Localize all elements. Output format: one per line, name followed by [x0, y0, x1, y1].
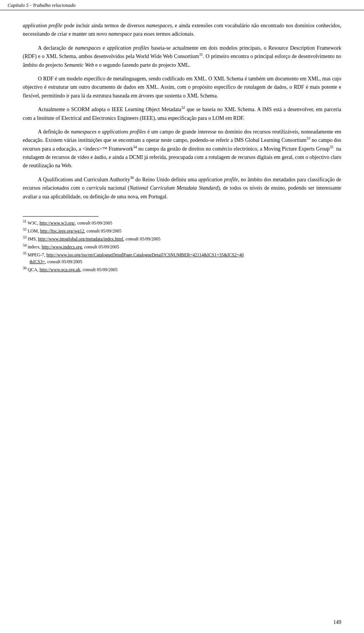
footnote-sup-36: 36 [23, 266, 27, 270]
paragraph-6: A Qualifications and Curriculum Authorit… [23, 176, 341, 201]
page-container: Capítulo 5 - Trabalho relacionado applic… [0, 0, 364, 633]
paragraph-1: application profile pode incluir ainda t… [23, 22, 341, 39]
footnote-link-35[interactable]: http://www.iso.org/iso/en/CatalogueDetai… [46, 252, 244, 258]
sup-32: 32 [181, 105, 185, 110]
footnote-32: 32 LOM, http://ltsc.ieee.org/wg12, consu… [23, 228, 341, 234]
footnote-35: 35 MPEG-7, http://www.iso.org/iso/en/Cat… [23, 251, 341, 265]
italic-namespaces-2: namespaces [75, 45, 101, 51]
footnote-33: 33 IMS, http://www.imsglobal.org/metadat… [23, 236, 341, 242]
italic-application-profile: application profile [23, 23, 63, 28]
paragraph-2: A declaração de namespaces e application… [23, 44, 341, 69]
sup-35: 35 [329, 145, 333, 149]
footnote-sup-33: 33 [23, 235, 27, 239]
italic-curricula: curricula [86, 185, 106, 191]
footnote-34: 34 indecs, http://www.indecs.org, consul… [23, 243, 341, 250]
page-number: 149 [333, 619, 341, 625]
footnote-link-34[interactable]: http://www.indecs.org [42, 244, 82, 250]
footnote-36: 36 QCA, http://www.qca.org.uk, consult 0… [23, 266, 341, 273]
sup-31: 31 [199, 53, 203, 57]
italic-namespace: namespace [108, 31, 132, 37]
italic-semantic-web: Semantic Web [64, 62, 94, 68]
paragraph-3: O RDF é um modelo específico de metaling… [23, 75, 341, 100]
footnote-link-33[interactable]: http://www.imsglobal.org/metadata/index.… [38, 236, 123, 242]
footnote-link-35b[interactable]: &ICS3= [30, 259, 45, 264]
italic-application-profiles: application profiles [107, 45, 149, 51]
sup-34: 34 [133, 145, 137, 149]
header-title: Capítulo 5 - Trabalho relacionado [8, 2, 75, 8]
footnote-sup-32: 32 [23, 227, 27, 231]
content-area: application profile pode incluir ainda t… [0, 10, 364, 297]
italic-national-curriculum: National Curriculum Metadata Standard [130, 185, 218, 191]
footnote-31: 31 W3C, http://www.w3.org/, consult 05/0… [23, 220, 341, 226]
paragraph-4: Actualmente o SCORM adopta o IEEE Learni… [23, 105, 341, 123]
sup-36: 36 [130, 176, 134, 180]
paragraph-5: A definição de namespaces e applications… [23, 128, 341, 170]
footnote-link-36[interactable]: http://www.qca.org.uk [39, 267, 80, 272]
footnote-link-31[interactable]: http://www.w3.org/ [39, 220, 75, 226]
sup-33: 33 [306, 137, 310, 141]
footnotes-separator [23, 216, 99, 217]
italic-application-profile-2: application profile [198, 177, 238, 182]
footnote-sup-34: 34 [23, 243, 27, 247]
italic-namespaces-3: namespaces [71, 129, 97, 135]
italic-namespaces-1: namespaces [146, 23, 172, 28]
italic-applications-profiles: applications profiles [102, 129, 146, 135]
footnote-sup-35: 35 [23, 251, 27, 255]
footnotes: 31 W3C, http://www.w3.org/, consult 05/0… [23, 220, 341, 273]
footnote-link-32[interactable]: http://ltsc.ieee.org/wg12 [40, 228, 84, 234]
footnote-sup-31: 31 [23, 219, 27, 223]
header-bar: Capítulo 5 - Trabalho relacionado [0, 0, 364, 10]
